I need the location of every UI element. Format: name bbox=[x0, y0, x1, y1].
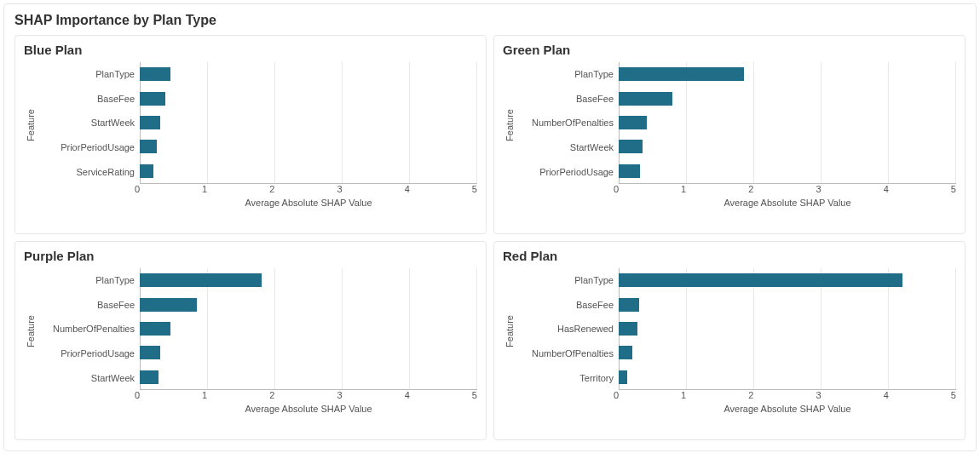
x-axis: 012345Average Absolute SHAP Value bbox=[619, 184, 956, 211]
category-labels: PlanTypeBaseFeeHasRenewedNumberOfPenalti… bbox=[516, 268, 619, 390]
chart-body: FeaturePlanTypeBaseFeeHasRenewedNumberOf… bbox=[503, 268, 956, 417]
chart-panel: Green PlanFeaturePlanTypeBaseFeeNumberOf… bbox=[493, 35, 966, 234]
x-ticks: 012345 bbox=[619, 390, 956, 402]
bar bbox=[140, 273, 262, 287]
plot: PlanTypeBaseFeeNumberOfPenaltiesStartWee… bbox=[516, 62, 956, 211]
bar bbox=[619, 346, 632, 359]
bar bbox=[140, 116, 160, 129]
category-label: Territory bbox=[579, 373, 614, 383]
bars-region bbox=[140, 268, 477, 390]
bars bbox=[140, 62, 477, 183]
bars bbox=[140, 268, 477, 389]
bar bbox=[619, 322, 637, 336]
category-label: PriorPeriodUsage bbox=[61, 348, 135, 359]
bar bbox=[140, 298, 197, 312]
plot: PlanTypeBaseFeeHasRenewedNumberOfPenalti… bbox=[516, 268, 956, 417]
category-label: PlanType bbox=[574, 69, 614, 79]
y-axis-label: Feature bbox=[503, 315, 516, 347]
x-axis: 012345Average Absolute SHAP Value bbox=[140, 184, 477, 211]
plot: PlanTypeBaseFeeStartWeekPriorPeriodUsage… bbox=[37, 62, 477, 211]
y-axis-label: Feature bbox=[24, 315, 37, 347]
bar bbox=[140, 322, 170, 336]
category-label: BaseFee bbox=[576, 300, 614, 310]
x-axis: 012345Average Absolute SHAP Value bbox=[619, 390, 956, 417]
panel-title: Green Plan bbox=[503, 43, 956, 57]
plot-area: PlanTypeBaseFeeNumberOfPenaltiesPriorPer… bbox=[37, 268, 477, 390]
chart-panel: Blue PlanFeaturePlanTypeBaseFeeStartWeek… bbox=[14, 35, 487, 234]
category-label: StartWeek bbox=[570, 142, 614, 152]
main-title: SHAP Importance by Plan Type bbox=[14, 13, 966, 28]
y-axis-label: Feature bbox=[24, 109, 37, 141]
plot-area: PlanTypeBaseFeeHasRenewedNumberOfPenalti… bbox=[516, 268, 956, 390]
x-axis-label: Average Absolute SHAP Value bbox=[140, 404, 477, 414]
bar bbox=[619, 370, 627, 384]
chart-panel: Red PlanFeaturePlanTypeBaseFeeHasRenewed… bbox=[493, 241, 966, 440]
chart-body: FeaturePlanTypeBaseFeeNumberOfPenaltiesP… bbox=[24, 268, 477, 417]
category-label: NumberOfPenalties bbox=[532, 118, 614, 128]
category-label: StartWeek bbox=[91, 118, 135, 128]
category-label: HasRenewed bbox=[557, 324, 614, 334]
bar bbox=[619, 298, 639, 312]
category-label: BaseFee bbox=[576, 94, 614, 104]
category-labels: PlanTypeBaseFeeNumberOfPenaltiesStartWee… bbox=[516, 62, 619, 184]
category-label: BaseFee bbox=[97, 94, 135, 104]
bar bbox=[140, 164, 153, 178]
category-label: ServiceRating bbox=[77, 167, 135, 177]
category-label: NumberOfPenalties bbox=[532, 348, 614, 359]
bars-region bbox=[619, 268, 956, 390]
plot-area: PlanTypeBaseFeeStartWeekPriorPeriodUsage… bbox=[37, 62, 477, 184]
bars-region bbox=[140, 62, 477, 184]
bar bbox=[140, 346, 160, 359]
bar bbox=[619, 67, 744, 81]
panel-title: Purple Plan bbox=[24, 249, 477, 263]
chart-grid: Blue PlanFeaturePlanTypeBaseFeeStartWeek… bbox=[14, 35, 966, 440]
bars bbox=[619, 268, 956, 389]
bar bbox=[619, 92, 672, 106]
dashboard-panel: SHAP Importance by Plan Type Blue PlanFe… bbox=[3, 3, 977, 451]
bar bbox=[619, 140, 643, 153]
category-labels: PlanTypeBaseFeeNumberOfPenaltiesPriorPer… bbox=[37, 268, 140, 390]
x-ticks: 012345 bbox=[619, 184, 956, 196]
bar bbox=[619, 116, 647, 129]
y-axis-label: Feature bbox=[503, 109, 516, 141]
category-label: PriorPeriodUsage bbox=[61, 142, 135, 152]
category-label: PriorPeriodUsage bbox=[539, 167, 614, 177]
bar bbox=[140, 92, 165, 106]
x-ticks: 012345 bbox=[140, 390, 477, 402]
bar bbox=[619, 273, 902, 287]
category-label: StartWeek bbox=[91, 373, 135, 383]
plot-area: PlanTypeBaseFeeNumberOfPenaltiesStartWee… bbox=[516, 62, 956, 184]
x-axis: 012345Average Absolute SHAP Value bbox=[140, 390, 477, 417]
panel-title: Blue Plan bbox=[24, 43, 477, 57]
category-labels: PlanTypeBaseFeeStartWeekPriorPeriodUsage… bbox=[37, 62, 140, 184]
category-label: BaseFee bbox=[97, 300, 135, 310]
plot: PlanTypeBaseFeeNumberOfPenaltiesPriorPer… bbox=[37, 268, 477, 417]
bar bbox=[140, 140, 157, 153]
x-axis-label: Average Absolute SHAP Value bbox=[619, 198, 956, 208]
chart-body: FeaturePlanTypeBaseFeeNumberOfPenaltiesS… bbox=[503, 62, 956, 211]
panel-title: Red Plan bbox=[503, 249, 956, 263]
category-label: PlanType bbox=[95, 69, 135, 79]
x-axis-label: Average Absolute SHAP Value bbox=[140, 198, 477, 208]
x-ticks: 012345 bbox=[140, 184, 477, 196]
bar bbox=[140, 370, 159, 384]
category-label: NumberOfPenalties bbox=[53, 324, 135, 334]
chart-body: FeaturePlanTypeBaseFeeStartWeekPriorPeri… bbox=[24, 62, 477, 211]
bar bbox=[619, 164, 640, 178]
bar bbox=[140, 67, 170, 81]
category-label: PlanType bbox=[574, 275, 614, 285]
category-label: PlanType bbox=[95, 275, 135, 285]
chart-panel: Purple PlanFeaturePlanTypeBaseFeeNumberO… bbox=[14, 241, 487, 440]
bars bbox=[619, 62, 956, 183]
bars-region bbox=[619, 62, 956, 184]
x-axis-label: Average Absolute SHAP Value bbox=[619, 404, 956, 414]
